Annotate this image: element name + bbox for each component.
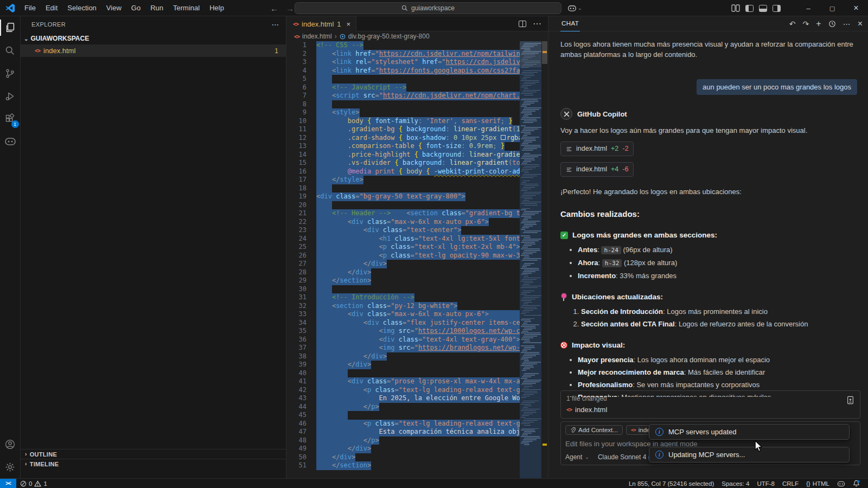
code-line[interactable]: 50 </div>	[286, 453, 520, 462]
code-line[interactable]: 29 </section>	[286, 277, 520, 285]
code-line[interactable]: 5	[286, 75, 520, 84]
problems-status[interactable]: 0 1	[16, 479, 51, 488]
code-line[interactable]: 6 <!-- JavaScript -->	[286, 84, 520, 92]
language-mode[interactable]: {} HTML	[802, 479, 833, 488]
notification-toast[interactable]: i Updating MCP servers...	[649, 447, 850, 463]
code-line[interactable]: 42 <p class="text-lg leading-relaxed tex…	[286, 386, 520, 395]
add-context-button[interactable]: Add Context...	[565, 425, 623, 435]
encoding[interactable]: UTF-8	[753, 479, 778, 488]
remote-indicator[interactable]: ><	[0, 479, 16, 488]
edited-file-chip[interactable]: index.html+4-6	[560, 162, 634, 177]
toggle-primary-sidebar-icon[interactable]	[745, 5, 754, 12]
code-line[interactable]: 44 </p>	[286, 403, 520, 412]
diff-file-icon[interactable]	[846, 396, 854, 404]
breadcrumb-symbol[interactable]: div.bg-gray-50.text-gray-800	[348, 33, 430, 40]
new-chat-icon[interactable]: +	[816, 19, 821, 29]
indentation[interactable]: Spaces: 4	[718, 479, 753, 488]
code-line[interactable]: 18	[286, 184, 520, 193]
code-line[interactable]: 51 </section>	[286, 461, 520, 470]
code-line[interactable]: 45	[286, 411, 520, 420]
code-line[interactable]: 41 <div class="prose lg:prose-xl max-w-4…	[286, 377, 520, 386]
menu-go[interactable]: Go	[126, 2, 145, 14]
breadcrumb-file[interactable]: index.html	[302, 33, 332, 40]
code-line[interactable]: 49 </div>	[286, 445, 520, 453]
code-line[interactable]: 15 .vs-divider { background: linear-grad…	[286, 159, 520, 168]
code-line[interactable]: 1<!-- CSS -->	[286, 41, 520, 50]
outline-section[interactable]: › OUTLINE	[21, 449, 286, 459]
code-area[interactable]: 1<!-- CSS -->2 <link href="https://cdn.j…	[286, 41, 520, 478]
menu-file[interactable]: File	[20, 2, 41, 14]
code-line[interactable]: 22 <div class="max-w-6xl mx-auto px-6">	[286, 218, 520, 227]
menu-edit[interactable]: Edit	[41, 2, 62, 14]
nav-back-icon[interactable]: ←	[270, 4, 278, 13]
chat-more-icon[interactable]: ⋯	[843, 20, 851, 28]
code-line[interactable]: 36 <div class="text-4xl text-gray-400">v	[286, 336, 520, 344]
run-debug-activity-icon[interactable]	[0, 85, 21, 107]
notification-toast[interactable]: i MCP servers updated	[649, 424, 850, 440]
code-line[interactable]: 24 <h1 class="text-4xl lg:text-5xl font-…	[286, 235, 520, 243]
code-line[interactable]: 32 <section class="py-12 bg-white">	[286, 302, 520, 311]
code-line[interactable]: 38 </div>	[286, 352, 520, 361]
code-line[interactable]: 4 <link href="https://fonts.googleapis.c…	[286, 67, 520, 75]
code-line[interactable]: 30	[286, 285, 520, 294]
code-line[interactable]: 25 <p class="text-xl lg:text-2xl mb-4">C…	[286, 243, 520, 252]
minimap[interactable]	[520, 41, 541, 478]
history-icon[interactable]	[828, 20, 836, 28]
settings-gear-icon[interactable]	[0, 455, 21, 478]
code-line[interactable]: 33 <div class="max-w-6xl mx-auto px-6"> …	[286, 310, 520, 319]
split-editor-icon[interactable]	[519, 21, 526, 27]
copilot-status[interactable]	[833, 479, 849, 488]
code-line[interactable]: 8	[286, 100, 520, 109]
editor-more-actions[interactable]: ⋯	[533, 18, 541, 29]
code-line[interactable]: 27 </div>	[286, 260, 520, 268]
minimize-button[interactable]: –	[796, 0, 820, 16]
code-line[interactable]: 28 </div>	[286, 268, 520, 277]
timeline-section[interactable]: › TIMELINE	[21, 459, 286, 468]
customize-layout-icon[interactable]	[731, 4, 740, 12]
code-line[interactable]: 47 Esta comparación técnica analiza obje	[286, 428, 520, 436]
code-line[interactable]: 17 </style>	[286, 176, 520, 184]
extensions-activity-icon[interactable]: 1	[0, 107, 21, 130]
mode-picker[interactable]: Agent⌄	[565, 453, 589, 461]
menu-view[interactable]: View	[101, 2, 126, 14]
code-line[interactable]: 34 <div class="flex justify-center items…	[286, 319, 520, 328]
code-line[interactable]: 14 .price-highlight { background: linear…	[286, 151, 520, 159]
code-line[interactable]: 19<div class="bg-gray-50 text-gray-800">	[286, 192, 520, 201]
copilot-menu-button[interactable]: ⌄	[567, 2, 582, 14]
toggle-secondary-sidebar-icon[interactable]	[773, 5, 781, 12]
code-line[interactable]: 40	[286, 369, 520, 378]
menu-selection[interactable]: Selection	[62, 2, 101, 14]
code-line[interactable]: 31 <!-- Introducción -->	[286, 293, 520, 302]
code-line[interactable]: 46 <p class="text-lg leading-relaxed tex…	[286, 420, 520, 428]
minimap-slider[interactable]	[520, 41, 541, 67]
file-row-index-html[interactable]: <> index.html 1	[21, 44, 286, 57]
code-line[interactable]: 20	[286, 201, 520, 210]
notifications-bell[interactable]	[849, 479, 864, 488]
code-line[interactable]: 12 .card-shadow { box-shadow: 0 10px 25p…	[286, 134, 520, 143]
undo-edit-icon[interactable]: ↶	[789, 20, 796, 28]
files-changed-box[interactable]: 1 file changed <> index.html	[560, 390, 860, 419]
chat-close-icon[interactable]: ×	[858, 19, 863, 29]
chat-tab[interactable]: CHAT	[560, 16, 580, 31]
chat-activity-icon[interactable]	[0, 130, 21, 153]
code-line[interactable]: 37 <img src="https://brandlogos.net/wp-c	[286, 344, 520, 352]
code-line[interactable]: 11 .gradient-bg { background: linear-gra…	[286, 125, 520, 134]
redo-edit-icon[interactable]: ↷	[803, 20, 809, 28]
menu-run[interactable]: Run	[145, 2, 168, 14]
menu-help[interactable]: Help	[205, 2, 229, 14]
explorer-activity-icon[interactable]	[0, 16, 21, 39]
search-activity-icon[interactable]	[0, 39, 21, 62]
code-line[interactable]: 7 <script src="https://cdn.jsdelivr.net/…	[286, 92, 520, 100]
eol-sequence[interactable]: CRLF	[778, 479, 802, 488]
tab-close-icon[interactable]: ×	[347, 20, 351, 28]
code-line[interactable]: 39 </div>	[286, 361, 520, 369]
accounts-icon[interactable]	[0, 433, 21, 455]
restore-button[interactable]: ▢	[820, 0, 844, 16]
tab-index-html[interactable]: <> index.html 1 ×	[286, 16, 356, 31]
code-line[interactable]: 10 body { font-family: 'Inter', sans-ser…	[286, 117, 520, 126]
nav-forward-icon[interactable]: →	[286, 4, 294, 13]
explorer-more-actions[interactable]: ⋯	[272, 20, 279, 29]
changed-file-name[interactable]: index.html	[575, 406, 607, 414]
close-window-button[interactable]: ×	[844, 0, 868, 16]
edited-file-chip[interactable]: index.html+2-2	[560, 142, 634, 156]
